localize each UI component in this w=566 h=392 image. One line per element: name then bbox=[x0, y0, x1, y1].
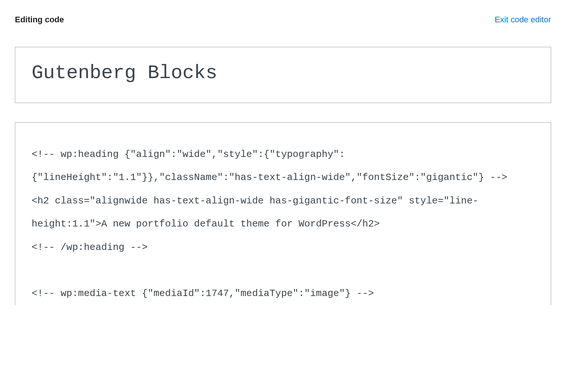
header-label: Editing code bbox=[15, 15, 64, 25]
code-editor-container: <!-- wp:heading {"align":"wide","style":… bbox=[15, 122, 551, 305]
editor-content-area: Gutenberg Blocks <!-- wp:heading {"align… bbox=[0, 25, 566, 305]
post-title-input[interactable]: Gutenberg Blocks bbox=[32, 62, 534, 84]
code-editor-textarea[interactable]: <!-- wp:heading {"align":"wide","style":… bbox=[32, 143, 534, 305]
title-container: Gutenberg Blocks bbox=[15, 47, 551, 103]
exit-code-editor-link[interactable]: Exit code editor bbox=[495, 15, 551, 25]
editor-header: Editing code Exit code editor bbox=[0, 0, 566, 25]
